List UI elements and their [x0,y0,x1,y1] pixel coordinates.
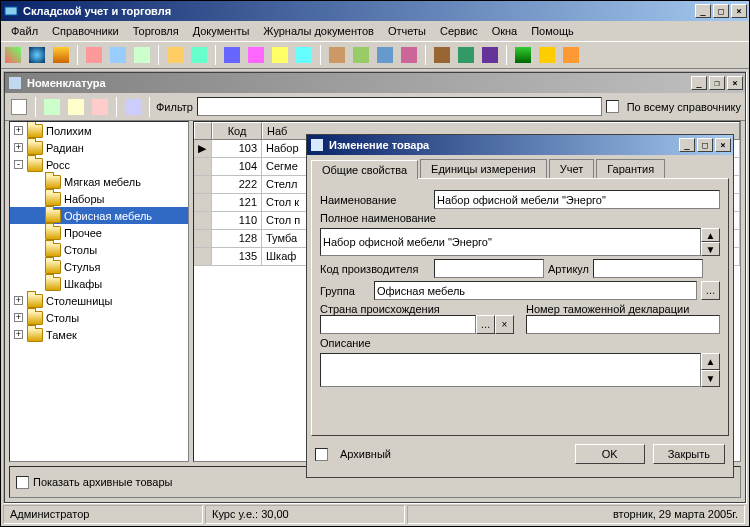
tree-node-label: Столешницы [46,295,113,307]
tree-expand-icon[interactable]: + [14,330,23,339]
grid-col-marker[interactable] [194,122,212,139]
nomen-close-button[interactable]: × [727,76,743,90]
dialog-close-button[interactable]: × [715,138,731,152]
menu-file[interactable]: Файл [5,23,44,39]
fullname-up-button[interactable]: ▲ [701,228,720,242]
fullname-input[interactable] [320,228,701,256]
tree-node[interactable]: Прочее [10,224,188,241]
tree-node[interactable]: Столы [10,241,188,258]
ok-button[interactable]: OK [575,444,645,464]
tb-icon-20[interactable] [513,45,533,65]
dialog-minimize-button[interactable]: _ [679,138,695,152]
tb-icon-14[interactable] [351,45,371,65]
main-minimize-button[interactable]: _ [695,4,711,18]
tree-node[interactable]: +Столешницы [10,292,188,309]
name-input[interactable] [434,190,720,209]
tree-expand-icon[interactable]: + [14,143,23,152]
search-all-checkbox[interactable] [606,100,619,113]
customs-input[interactable] [526,315,720,334]
tb-icon-9[interactable] [222,45,242,65]
menu-journals[interactable]: Журналы документов [257,23,380,39]
tb-icon-19[interactable] [480,45,500,65]
tb-icon-11[interactable] [270,45,290,65]
tb-icon-6[interactable] [132,45,152,65]
tb-icon-21[interactable] [537,45,557,65]
tab-accounting[interactable]: Учет [549,159,595,178]
show-archived-checkbox[interactable] [16,476,29,489]
group-input[interactable] [374,281,697,300]
nomen-delete-button[interactable] [90,97,110,117]
tab-general[interactable]: Общие свойства [311,160,418,179]
nomen-add-button[interactable] [42,97,62,117]
tb-icon-12[interactable] [294,45,314,65]
menu-references[interactable]: Справочники [46,23,125,39]
tree-node[interactable]: +Тамек [10,326,188,343]
tree-expand-icon[interactable]: + [14,126,23,135]
tb-icon-18[interactable] [456,45,476,65]
folder-icon [45,243,61,257]
tree-expand-icon[interactable]: + [14,296,23,305]
main-maximize-button[interactable]: □ [713,4,729,18]
status-date: вторник, 29 марта 2005г. [407,505,745,524]
filter-input[interactable] [197,97,602,116]
tb-icon-10[interactable] [246,45,266,65]
nomen-titlebar[interactable]: Номенклатура _ ❐ × [5,73,745,93]
tab-units[interactable]: Единицы измерения [420,159,547,178]
tree-node[interactable]: Наборы [10,190,188,207]
desc-down-button[interactable]: ▼ [701,370,720,387]
tree-node[interactable]: +Радиан [10,139,188,156]
category-tree[interactable]: +Полихим+Радиан-РоссМягкая мебельНаборыО… [9,121,189,462]
tb-icon-5[interactable] [108,45,128,65]
country-clear-button[interactable]: × [495,315,514,334]
article-input[interactable] [593,259,703,278]
nomen-new-button[interactable] [9,97,29,117]
tb-icon-17[interactable] [432,45,452,65]
tree-expand-icon[interactable]: + [14,313,23,322]
tree-node[interactable]: Шкафы [10,275,188,292]
tb-icon-7[interactable] [165,45,185,65]
group-browse-button[interactable]: … [701,281,720,300]
tree-node[interactable]: +Столы [10,309,188,326]
desc-up-button[interactable]: ▲ [701,353,720,370]
tb-icon-2[interactable] [27,45,47,65]
fullname-down-button[interactable]: ▼ [701,242,720,256]
main-titlebar[interactable]: Складской учет и торговля _ □ × [1,1,749,21]
name-label: Наименование [320,194,430,206]
menu-service[interactable]: Сервис [434,23,484,39]
menu-windows[interactable]: Окна [486,23,524,39]
nomen-minimize-button[interactable]: _ [691,76,707,90]
tb-icon-3[interactable] [51,45,71,65]
tree-expand-icon[interactable]: - [14,160,23,169]
tree-node[interactable]: -Росс [10,156,188,173]
tb-icon-8[interactable] [189,45,209,65]
tb-icon-4[interactable] [84,45,104,65]
tb-icon-13[interactable] [327,45,347,65]
menu-documents[interactable]: Документы [187,23,256,39]
tree-node[interactable]: Стулья [10,258,188,275]
mfrcode-input[interactable] [434,259,544,278]
tree-node[interactable]: +Полихим [10,122,188,139]
dialog-maximize-button[interactable]: □ [697,138,713,152]
tb-icon-15[interactable] [375,45,395,65]
country-input[interactable] [320,315,476,334]
tree-node[interactable]: Мягкая мебель [10,173,188,190]
main-close-button[interactable]: × [731,4,747,18]
tb-icon-22[interactable] [561,45,581,65]
nomen-edit-button[interactable] [66,97,86,117]
menu-trade[interactable]: Торговля [127,23,185,39]
nomen-restore-button[interactable]: ❐ [709,76,725,90]
tab-warranty[interactable]: Гарантия [596,159,665,178]
archived-checkbox[interactable] [315,448,328,461]
close-button[interactable]: Закрыть [653,444,725,464]
tree-node[interactable]: Офисная мебель [10,207,188,224]
menu-reports[interactable]: Отчеты [382,23,432,39]
dialog-titlebar[interactable]: Изменение товара _ □ × [307,135,733,155]
tb-icon-1[interactable] [3,45,23,65]
desc-input[interactable] [320,353,701,387]
tb-icon-16[interactable] [399,45,419,65]
menu-help[interactable]: Помощь [525,23,580,39]
grid-col-code[interactable]: Код [212,122,262,139]
country-browse-button[interactable]: … [476,315,495,334]
folder-icon [27,294,43,308]
nomen-refresh-button[interactable] [123,97,143,117]
